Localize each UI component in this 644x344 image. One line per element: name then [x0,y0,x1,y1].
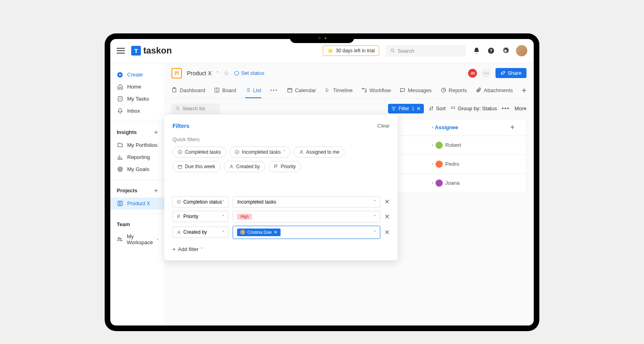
filter-icon [391,106,396,111]
tab-calendar[interactable]: Calendar [287,83,316,98]
attachment-icon [476,87,481,93]
main-content: Product X ˅ ☆ Set status JD ⋯ Share [164,63,534,325]
chip-createdby[interactable]: Created by [224,161,265,172]
filter-row-completion: Completion status˅ Incompleted tasks˅ ✕ [172,196,390,208]
more-button[interactable]: More [514,105,526,111]
chevron-down-icon: ˅ [374,200,376,204]
filter-value-select[interactable]: High˅ [233,211,380,222]
set-status-button[interactable]: Set status [234,70,264,76]
tab-board[interactable]: Board [214,83,236,98]
svg-point-21 [176,107,179,109]
sort-button[interactable]: Sort [429,105,446,111]
settings-icon[interactable] [502,47,510,55]
nav-goals[interactable]: My Goals [110,163,164,175]
tab-attachments[interactable]: Attachments [476,83,513,98]
filter-field-select[interactable]: Priority˅ [172,211,229,222]
nav-portfolios[interactable]: My Portfolios [110,139,164,151]
clear-filters-button[interactable]: Clear [377,123,390,129]
filter-button[interactable]: Filter 1 ✕ [388,104,424,113]
member-badge[interactable]: JD [468,69,477,78]
svg-rect-9 [118,201,122,206]
nav-mytasks[interactable]: My Tasks [110,93,164,105]
filter-row-priority: Priority˅ High˅ ✕ [172,211,390,222]
add-insight-icon[interactable]: + [154,129,158,136]
user-avatar[interactable] [516,45,527,56]
projects-label: Projects [117,187,137,194]
tab-messages[interactable]: Messages [400,83,431,98]
chip-assigned[interactable]: Assigned to me [294,146,345,158]
tab-list[interactable]: List [245,83,261,98]
camera-dot [318,37,321,39]
notifications-icon[interactable] [473,47,481,55]
search-small-icon [175,106,180,111]
chip-completed[interactable]: Completed tasks [172,146,226,158]
priority-high-tag: High [237,214,252,220]
assignee-name: Robert [445,142,461,148]
grid-icon [450,106,456,111]
svg-point-29 [178,150,182,154]
assignee-column[interactable]: ›Assignee [432,123,504,132]
tab-dashboard[interactable]: Dashboard [171,83,205,98]
create-button[interactable]: Create [110,69,164,81]
app-logo[interactable]: T taskon [131,45,172,56]
remove-filter-icon[interactable]: ✕ [384,198,390,206]
search-input[interactable]: Search [386,45,466,57]
remove-tag-icon[interactable]: ✕ [274,230,277,235]
filter-value-select[interactable]: Cristina Doe✕˅ [233,226,380,239]
add-tab-button[interactable]: + [522,86,526,95]
nav-productx[interactable]: Product X [110,198,164,210]
board-icon [117,200,123,207]
svg-point-18 [365,91,367,93]
remove-filter-icon[interactable]: ✕ [384,213,390,220]
filter-field-select[interactable]: Completion status˅ [172,196,229,208]
plus-circle-icon [117,72,123,78]
chevron-down-icon: ˅ [222,230,224,235]
help-icon[interactable]: ? [487,47,495,55]
star-project-icon[interactable]: ☆ [223,69,229,77]
chip-incompleted[interactable]: Incompleted tasks˅ [229,146,291,158]
add-column-button[interactable]: + [504,123,520,132]
chevron-right-icon: › [157,237,158,241]
svg-line-1 [394,51,395,53]
clear-filter-icon[interactable]: ✕ [417,106,421,111]
tab-workflow[interactable]: Workflow [361,83,391,98]
team-label: Team [117,221,130,227]
nav-reporting[interactable]: Reporting [110,151,164,163]
add-filter-button[interactable]: + Add filter ˅ [172,246,390,252]
chip-due[interactable]: Due this week [172,161,220,172]
more-options-button[interactable]: ••• [502,105,510,111]
tab-more-icon[interactable]: ••• [270,83,278,98]
search-list-input[interactable]: Search list [171,103,220,114]
home-icon [117,84,123,90]
nav-inbox[interactable]: Inbox [110,105,164,117]
trial-badge[interactable]: ⭐ 30 days left in trial [323,45,379,56]
home-label: Home [127,84,141,90]
projects-section[interactable]: Projects + [110,184,164,198]
menu-icon[interactable] [117,46,125,55]
svg-point-0 [391,49,394,52]
insights-section[interactable]: Insights + [110,126,164,139]
project-header: Product X ˅ ☆ Set status JD ⋯ Share [164,63,534,83]
filter-field-select[interactable]: Created by˅ [172,227,229,238]
add-project-icon[interactable]: + [154,187,158,194]
filter-value-select[interactable]: Incompleted tasks˅ [233,196,380,208]
clipboard-icon [171,87,177,93]
chip-priority[interactable]: Priority [268,161,301,172]
svg-point-8 [120,169,120,169]
groupby-button[interactable]: Group by: Status [450,105,497,111]
tab-timeline[interactable]: Timeline [325,83,353,98]
nav-workspace[interactable]: My Workspace › [110,231,164,248]
svg-point-33 [231,165,232,167]
nav-home[interactable]: Home [110,81,164,93]
plus-icon: + [172,246,175,252]
assignee-name: Joana [445,180,459,186]
tab-reports[interactable]: Reports [441,83,467,98]
sort-icon [429,106,434,111]
share-button[interactable]: Share [495,68,526,78]
avatar-icon [436,142,443,149]
project-dropdown-icon[interactable]: ˅ [217,71,219,75]
more-members-button[interactable]: ⋯ [482,69,491,78]
remove-filter-icon[interactable]: ✕ [384,229,390,236]
sidebar: Create Home My Tasks Inbox Insights [110,63,164,325]
person-icon [229,164,234,169]
